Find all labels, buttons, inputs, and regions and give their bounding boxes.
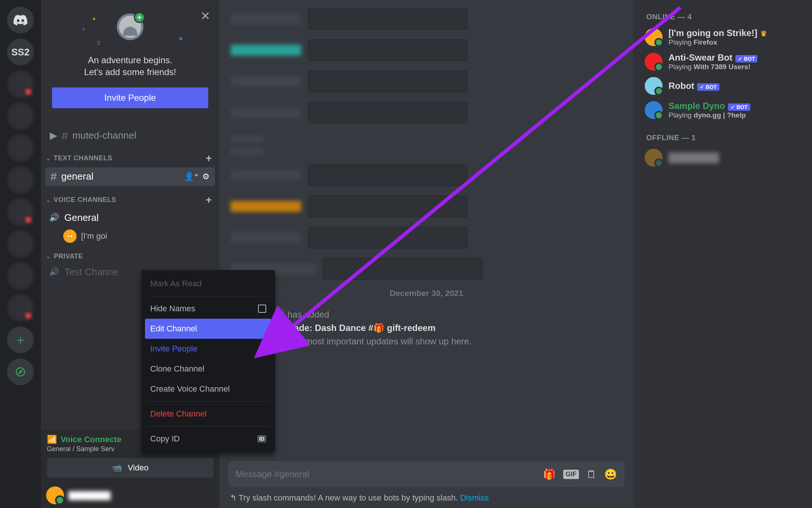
invite-icon[interactable]: 👤⁺ <box>184 172 199 181</box>
sticker-icon[interactable]: 🗒 <box>586 468 597 480</box>
speaker-icon: 🔊 <box>49 267 59 277</box>
member-item[interactable]: [I'm going on Strike!]♛ Playing Firefox <box>641 25 805 49</box>
svg-point-1 <box>71 235 72 237</box>
cm-delete-channel[interactable]: Delete Channel <box>145 404 271 424</box>
username-blurred: ████████ <box>68 491 110 500</box>
voice-user[interactable]: [I'm goi <box>41 227 219 245</box>
plus-badge-icon: + <box>134 12 145 23</box>
video-icon: 📹 <box>112 463 122 473</box>
chat-scroll[interactable]: December 30, 2021 user has added Officia… <box>219 0 634 461</box>
speaker-icon: 🔊 <box>49 213 59 222</box>
gear-icon[interactable]: ⚙ <box>202 172 210 181</box>
server-item[interactable] <box>7 167 34 193</box>
slash-hint: ↰ Try slash commands! A new way to use b… <box>219 490 634 508</box>
system-message: user has added Official Beat Blade: Dash… <box>231 305 622 364</box>
friends-illustration: + ⠿ · + <box>48 11 212 48</box>
emoji-icon[interactable]: 😀 <box>604 468 617 480</box>
server-item[interactable] <box>7 231 34 257</box>
chevron-down-icon: ⌄ <box>46 253 51 259</box>
channel-general[interactable]: # general 👤⁺ ⚙ <box>45 167 215 186</box>
invite-people-button[interactable]: Invite People <box>52 87 208 108</box>
date-divider: December 30, 2021 <box>231 289 622 298</box>
sparkle-icon: + <box>82 26 85 33</box>
cm-create-voice-channel[interactable]: Create Voice Channel <box>145 379 271 399</box>
server-item[interactable] <box>7 71 34 97</box>
add-channel-icon[interactable]: + <box>206 194 212 206</box>
dismiss-link[interactable]: Dismiss <box>460 493 489 502</box>
signal-icon: 📶 <box>47 435 57 444</box>
cm-edit-channel[interactable]: Edit Channel <box>145 319 271 339</box>
compass-icon <box>15 366 26 377</box>
category-text-channels[interactable]: ⌄ TEXT CHANNELS + <box>41 145 219 167</box>
onboarding-text: An adventure begins. Let's add some frie… <box>48 54 212 78</box>
member-item[interactable]: Anti-Swear Bot✓ BOT Playing With 7389 Us… <box>641 49 805 74</box>
chevron-down-icon: ⌄ <box>46 197 51 203</box>
cm-hide-names[interactable]: Hide Names <box>145 299 271 319</box>
members-offline-heading: OFFLINE — 1 <box>646 134 805 142</box>
avatar <box>46 486 64 504</box>
app-root: SS2 ＋ ✕ + ⠿ · + <box>0 0 812 508</box>
avatar <box>645 28 663 46</box>
discord-logo-icon <box>13 13 28 28</box>
server-item[interactable] <box>7 199 34 225</box>
id-badge-icon: ID <box>257 435 266 443</box>
friends-onboarding-card: ✕ + ⠿ · + An adventure begins. Let's add… <box>41 0 219 119</box>
server-rail: SS2 ＋ <box>0 0 41 508</box>
message-input-container[interactable]: 🎁 GIF 🗒 😀 <box>228 461 625 487</box>
server-item[interactable] <box>7 135 34 161</box>
add-server-button[interactable]: ＋ <box>7 327 34 353</box>
bot-tag: ✓ BOT <box>697 83 719 91</box>
channel-context-menu: Mark As Read Hide Names Edit Channel Inv… <box>141 270 275 453</box>
hash-icon: # <box>51 170 57 183</box>
gift-icon[interactable]: 🎁 <box>543 468 556 480</box>
user-footer[interactable]: ████████ <box>41 483 219 508</box>
sparkle-icon <box>93 18 95 20</box>
voice-channel-general[interactable]: 🔊 General <box>41 208 219 227</box>
member-list: ONLINE — 4 [I'm going on Strike!]♛ Playi… <box>634 0 812 508</box>
member-item[interactable]: Sample Dyno✓ BOT Playing dyno.gg | ?help <box>641 98 805 122</box>
server-item[interactable] <box>7 103 34 129</box>
members-online-heading: ONLINE — 4 <box>646 13 805 21</box>
category-voice-channels[interactable]: ⌄ VOICE CHANNELS + <box>41 187 219 208</box>
avatar <box>645 53 663 71</box>
sparkle-icon <box>179 37 182 40</box>
video-button[interactable]: 📹 Video <box>47 458 213 478</box>
cm-clone-channel[interactable]: Clone Channel <box>145 359 271 379</box>
bot-tag: ✓ BOT <box>735 55 757 62</box>
gif-button[interactable]: GIF <box>563 470 579 479</box>
server-ss2[interactable]: SS2 <box>7 39 34 65</box>
category-private[interactable]: ⌄ PRIVATE <box>41 245 219 263</box>
cm-copy-id[interactable]: Copy ID ID <box>145 429 271 449</box>
avatar <box>645 149 663 167</box>
onboarding-avatar: + <box>115 11 146 42</box>
muted-channel-item[interactable]: ▶ # muted-channel <box>41 126 219 145</box>
explore-button[interactable] <box>7 359 34 385</box>
home-button[interactable] <box>7 7 34 33</box>
svg-point-0 <box>68 235 70 237</box>
cm-invite-people[interactable]: Invite People <box>145 339 271 359</box>
member-item-offline[interactable]: ████████ <box>641 146 805 170</box>
server-item[interactable] <box>7 295 34 321</box>
checkbox-icon <box>258 305 266 313</box>
bot-tag: ✓ BOT <box>728 103 750 111</box>
avatar <box>63 229 77 243</box>
chevron-down-icon: ⌄ <box>46 155 51 161</box>
sparkle-icon: ⠿ <box>97 40 100 46</box>
cm-mark-as-read: Mark As Read <box>145 274 271 294</box>
server-item[interactable] <box>7 263 34 289</box>
avatar <box>645 101 663 119</box>
sparkle-icon: · <box>170 22 171 29</box>
crown-icon: ♛ <box>760 29 767 38</box>
message-input[interactable] <box>236 469 535 479</box>
avatar <box>645 77 663 95</box>
discord-logo-icon <box>66 232 74 240</box>
add-channel-icon[interactable]: + <box>206 152 212 164</box>
chat-main: December 30, 2021 user has added Officia… <box>219 0 634 508</box>
member-item[interactable]: Robot✓ BOT <box>641 74 805 98</box>
hash-icon: # <box>62 129 68 142</box>
